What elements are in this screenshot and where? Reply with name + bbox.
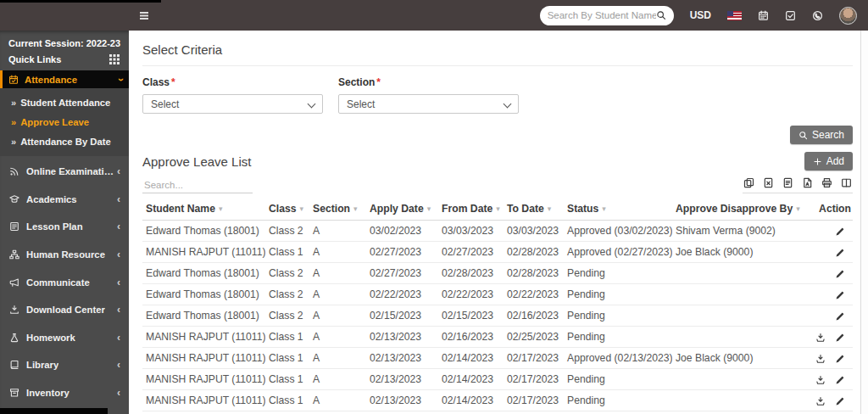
bullhorn-icon	[9, 277, 19, 288]
status-cell: Approved (02/13/2023)	[564, 348, 672, 369]
graduation-cap-icon	[9, 194, 19, 204]
section-select[interactable]: Select	[339, 95, 518, 113]
calendar-icon[interactable]	[758, 10, 769, 21]
edit-icon[interactable]	[835, 311, 845, 322]
edit-icon[interactable]	[835, 354, 845, 364]
column-header-student-name[interactable]: Student Name▾	[142, 198, 265, 221]
table-row: MANISH RAJPUT (11011) Class 1 A 02/13/20…	[142, 390, 853, 411]
sort-icon[interactable]: ▾	[796, 204, 800, 213]
sidebar-item-human-resource[interactable]: Human Resource‹	[0, 241, 129, 269]
sort-icon[interactable]: ▾	[496, 204, 500, 213]
sort-icon[interactable]: ▾	[427, 204, 431, 213]
pdf-export-icon[interactable]	[802, 177, 813, 188]
table-row: MANISH RAJPUT (11011) Class 1 A 02/27/20…	[142, 242, 853, 263]
add-button[interactable]: Add	[804, 152, 853, 171]
column-visibility-icon[interactable]	[841, 177, 852, 188]
library-icon	[9, 360, 19, 370]
table-row: MANISH RAJPUT (11011) Class 1 A 02/13/20…	[142, 369, 853, 390]
sidebar-subitem-attendance-by-date[interactable]: »Attendance By Date	[0, 131, 129, 151]
select-criteria-section: Select Criteria Class* Select Section* S…	[142, 31, 853, 144]
page-scrollbar[interactable]	[860, 31, 868, 414]
student-search	[540, 6, 674, 25]
edit-icon[interactable]	[835, 396, 845, 406]
sidebar-item-attendance[interactable]: Attendance ‹	[0, 70, 129, 88]
sidebar-toggle-button[interactable]	[136, 8, 152, 23]
us-flag-icon[interactable]	[727, 11, 742, 20]
sidebar-item-academics[interactable]: Academics‹	[0, 186, 129, 214]
sidebar-subitem-approve-leave[interactable]: »Approve Leave	[0, 112, 129, 131]
column-header-to-date[interactable]: To Date▾	[504, 198, 564, 221]
sidebar: Current Session: 2022-23 Quick Links Att…	[0, 31, 129, 414]
sidebar-item-lesson-plan[interactable]: Lesson Plan‹	[0, 213, 129, 241]
select-wrap: Select	[142, 94, 323, 114]
table-header-row: Student Name▾Class▾Section▾Apply Date▾Fr…	[142, 198, 853, 221]
sort-icon[interactable]: ▾	[353, 204, 358, 213]
sidebar-subitem-student-attendance[interactable]: »Student Attendance	[0, 92, 129, 112]
edit-icon[interactable]	[835, 269, 845, 279]
currency-label[interactable]: USD	[690, 9, 711, 21]
user-avatar[interactable]	[839, 7, 857, 25]
download-icon[interactable]	[815, 354, 826, 364]
edit-icon[interactable]	[835, 290, 845, 300]
sidebar-item-homework[interactable]: Homework‹	[0, 324, 129, 352]
sidebar-item-library[interactable]: Library‹	[0, 351, 129, 379]
search-icon[interactable]	[656, 10, 666, 20]
double-chevron-icon: »	[11, 98, 16, 108]
excel-export-icon[interactable]	[763, 177, 774, 188]
sidebar-item-inventory[interactable]: Inventory‹	[0, 379, 129, 407]
select-wrap: Select	[338, 94, 519, 114]
table-search-input[interactable]	[142, 177, 253, 193]
edit-icon[interactable]	[835, 375, 845, 385]
whatsapp-icon[interactable]	[812, 10, 823, 21]
class-select[interactable]: Select	[143, 95, 322, 113]
sidebar-item-label: Attendance	[25, 75, 77, 85]
table-row: Edward Thomas (18001) Class 2 A 03/02/20…	[142, 221, 853, 242]
hamburger-icon	[140, 12, 148, 14]
download-icon[interactable]	[815, 333, 826, 343]
status-cell: Pending	[564, 327, 672, 348]
copy-icon[interactable]	[743, 177, 754, 188]
sort-icon[interactable]: ▾	[219, 204, 223, 213]
sidebar-item-communicate[interactable]: Communicate‹	[0, 268, 129, 296]
chevron-left-icon: ‹	[117, 305, 120, 315]
double-chevron-icon: »	[11, 137, 16, 147]
column-header-action[interactable]: Action	[805, 198, 853, 221]
sort-icon[interactable]: ▾	[602, 204, 606, 213]
column-header-status[interactable]: Status▾	[564, 198, 672, 221]
search-button[interactable]: Search	[790, 126, 853, 144]
status-cell: Pending	[564, 305, 672, 327]
required-marker: *	[376, 76, 381, 88]
chevron-down-icon: ‹	[115, 78, 125, 81]
column-header-apply-date[interactable]: Apply Date▾	[366, 198, 438, 221]
approve-leave-table: Student Name▾Class▾Section▾Apply Date▾Fr…	[142, 198, 853, 414]
session-info: Current Session: 2022-23 Quick Links	[0, 31, 129, 70]
column-header-from-date[interactable]: From Date▾	[438, 198, 504, 221]
sort-icon[interactable]: ▾	[548, 204, 552, 213]
print-icon[interactable]	[821, 177, 832, 188]
top-strip	[0, 0, 161, 3]
download-icon[interactable]	[815, 396, 826, 406]
column-header-approve-disapprove-by[interactable]: Approve Disapprove By▾	[672, 198, 805, 221]
archive-icon	[9, 388, 19, 398]
edit-icon[interactable]	[835, 227, 845, 237]
student-search-input[interactable]	[548, 10, 656, 20]
approve-leave-section: Approve Leave List Add Student Name▾Clas…	[142, 152, 853, 414]
csv-export-icon[interactable]	[782, 177, 793, 188]
sidebar-item-online-examinations[interactable]: Online Examinations‹	[0, 158, 129, 186]
required-marker: *	[171, 76, 175, 88]
flask-icon	[9, 333, 19, 343]
column-header-class[interactable]: Class▾	[265, 198, 309, 221]
edit-icon[interactable]	[835, 333, 845, 343]
download-icon[interactable]	[815, 375, 826, 385]
bottom-strip	[0, 408, 108, 414]
tasks-icon[interactable]	[785, 10, 796, 21]
grid-icon	[109, 54, 112, 57]
sort-icon[interactable]: ▾	[300, 204, 304, 213]
table-row: Edward Thomas (18001) Class 2 A 02/27/20…	[142, 263, 853, 284]
chevron-left-icon: ‹	[117, 333, 120, 343]
main-content: Select Criteria Class* Select Section* S…	[129, 31, 860, 414]
column-header-section[interactable]: Section▾	[309, 198, 366, 221]
sidebar-item-download-center[interactable]: Download Center‹	[0, 296, 129, 324]
edit-icon[interactable]	[835, 248, 845, 258]
quick-links[interactable]: Quick Links	[8, 54, 120, 64]
